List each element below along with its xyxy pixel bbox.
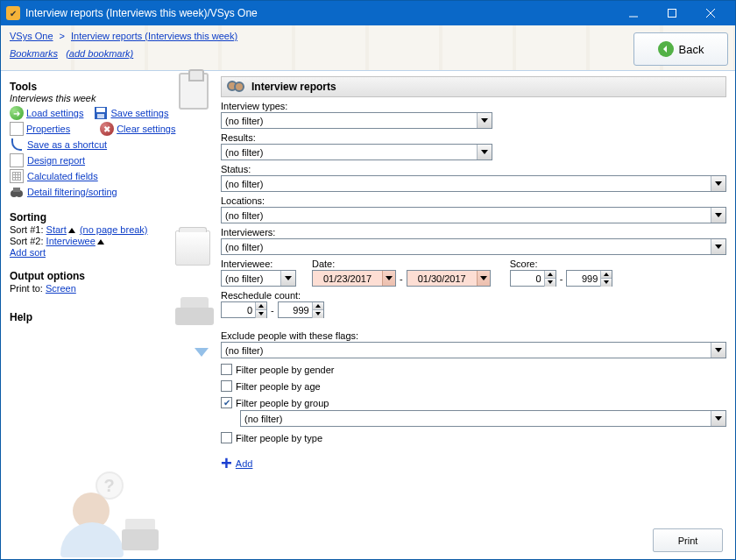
calendar-icon	[175, 230, 210, 266]
spinner-up-icon[interactable]	[600, 271, 612, 279]
properties-icon	[10, 122, 24, 136]
interview-types-value: (no filter)	[222, 116, 477, 126]
results-label: Results:	[221, 132, 726, 143]
sorting-heading: Sorting	[10, 211, 209, 223]
spinner-up-icon[interactable]	[255, 302, 266, 310]
print-to-link[interactable]: Screen	[46, 283, 76, 294]
locations-value: (no filter)	[222, 210, 711, 221]
spinner-down-icon[interactable]	[600, 279, 612, 287]
date-from-value: 01/23/2017	[313, 273, 382, 284]
dropdown-icon[interactable]	[477, 271, 490, 286]
status-combo[interactable]: (no filter)	[221, 175, 726, 192]
sort2-link[interactable]: Interviewee	[46, 236, 96, 246]
score-to-input[interactable]	[567, 273, 600, 284]
sort2-label: Sort #2:	[10, 236, 46, 246]
printer-icon	[175, 297, 214, 329]
design-report-icon	[10, 153, 24, 167]
print-button[interactable]: Print	[653, 528, 723, 552]
breadcrumb-current[interactable]: Interview reports (Interviews this week)	[71, 31, 237, 41]
reschedule-to-field[interactable]	[278, 301, 324, 318]
panel-title-text: Interview reports	[251, 81, 336, 93]
print-to-label: Print to:	[10, 283, 46, 294]
plus-icon: +	[221, 454, 232, 473]
date-label: Date:	[312, 259, 491, 269]
interview-reports-icon	[227, 80, 246, 94]
add-sort-link[interactable]: Add sort	[10, 247, 46, 258]
add-bookmark-link[interactable]: (add bookmark)	[66, 48, 133, 59]
spinner-down-icon[interactable]	[544, 279, 556, 287]
sort1-pagebreak-link[interactable]: (no page break)	[80, 224, 148, 235]
dropdown-icon[interactable]	[711, 343, 725, 358]
filter-age-checkbox[interactable]	[221, 380, 232, 392]
interviewee-combo[interactable]: (no filter)	[221, 270, 296, 287]
binoculars-icon	[10, 185, 24, 199]
clear-settings-link[interactable]: Clear settings	[117, 124, 175, 134]
dropdown-icon[interactable]	[711, 176, 725, 191]
dropdown-icon[interactable]	[477, 113, 492, 128]
back-button[interactable]: Back	[633, 32, 728, 66]
reschedule-label: Reschedule count:	[221, 290, 726, 301]
exclude-flags-combo[interactable]: (no filter)	[221, 342, 726, 358]
spinner-down-icon[interactable]	[312, 310, 323, 318]
filter-gender-checkbox[interactable]	[221, 364, 232, 375]
save-shortcut-link[interactable]: Save as a shortcut	[27, 139, 107, 150]
exclude-flags-value: (no filter)	[222, 345, 711, 356]
reschedule-from-field[interactable]	[221, 301, 267, 318]
maximize-button[interactable]	[653, 1, 691, 25]
close-icon	[705, 8, 716, 18]
load-settings-link[interactable]: Load settings	[26, 108, 83, 118]
spinner-down-icon[interactable]	[255, 310, 266, 318]
sort1-label: Sort #1:	[10, 224, 46, 235]
reschedule-dash: -	[267, 305, 278, 315]
interviewee-value: (no filter)	[222, 273, 280, 284]
interview-types-combo[interactable]: (no filter)	[221, 112, 492, 129]
save-settings-icon	[94, 106, 108, 120]
dropdown-icon[interactable]	[280, 271, 295, 286]
dropdown-icon[interactable]	[382, 271, 395, 286]
locations-combo[interactable]: (no filter)	[221, 207, 726, 223]
dropdown-icon[interactable]	[711, 411, 725, 426]
properties-link[interactable]: Properties	[26, 124, 70, 134]
score-from-input[interactable]	[511, 273, 544, 284]
window-title: Interview reports (Interviews this week)…	[25, 7, 614, 19]
calculated-fields-link[interactable]: Calculated fields	[27, 171, 98, 181]
spinner-up-icon[interactable]	[544, 271, 556, 279]
bookmarks-link[interactable]: Bookmarks	[10, 48, 58, 59]
dropdown-icon[interactable]	[711, 239, 725, 254]
filter-type-checkbox[interactable]	[221, 432, 232, 443]
date-from-field[interactable]: 01/23/2017	[312, 270, 396, 287]
shortcut-icon	[10, 138, 24, 152]
dropdown-icon[interactable]	[711, 208, 725, 223]
spinner-up-icon[interactable]	[312, 302, 323, 310]
output-heading: Output options	[10, 270, 209, 282]
results-combo[interactable]: (no filter)	[221, 144, 492, 160]
close-button[interactable]	[691, 1, 730, 25]
save-settings-link[interactable]: Save settings	[110, 108, 168, 118]
svg-rect-6	[97, 114, 104, 118]
reschedule-to-input[interactable]	[279, 305, 312, 315]
interviewers-combo[interactable]: (no filter)	[221, 238, 726, 255]
minimize-icon	[628, 8, 639, 18]
score-to-field[interactable]	[566, 270, 612, 287]
maximize-icon	[667, 8, 677, 18]
interviewers-label: Interviewers:	[221, 227, 726, 237]
filter-gender-label: Filter people by gender	[236, 365, 335, 375]
minimize-button[interactable]	[614, 1, 653, 25]
score-from-field[interactable]	[510, 270, 556, 287]
filter-group-checkbox[interactable]	[221, 397, 232, 408]
detail-filtering-link[interactable]: Detail filtering/sorting	[27, 187, 117, 197]
help-arrow-icon	[195, 348, 209, 357]
breadcrumb-root[interactable]: VSys One	[10, 31, 53, 41]
sort1-link[interactable]: Start	[46, 224, 67, 235]
header-strip: VSys One > Interview reports (Interviews…	[1, 25, 735, 71]
interviewers-value: (no filter)	[222, 242, 711, 252]
filter-group-combo[interactable]: (no filter)	[240, 410, 726, 427]
filter-type-label: Filter people by type	[236, 433, 322, 443]
clipboard-icon	[179, 73, 209, 110]
date-to-field[interactable]: 01/30/2017	[407, 270, 491, 287]
design-report-link[interactable]: Design report	[27, 155, 85, 166]
dropdown-icon[interactable]	[477, 145, 492, 159]
reschedule-from-input[interactable]	[222, 305, 255, 315]
clear-settings-icon: ✖	[100, 122, 114, 136]
add-link[interactable]: Add	[236, 458, 253, 469]
